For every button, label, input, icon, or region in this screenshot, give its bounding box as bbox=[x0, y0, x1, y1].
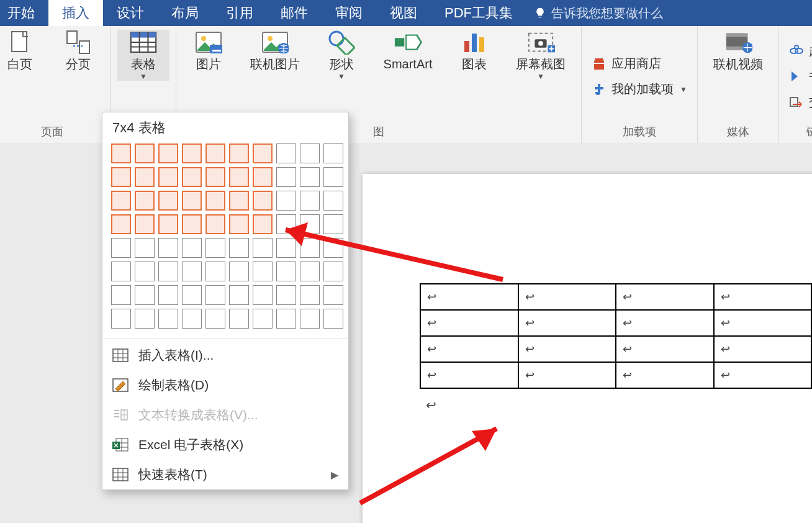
grid-cell[interactable] bbox=[158, 262, 178, 281]
grid-cell[interactable] bbox=[111, 143, 131, 163]
grid-cell[interactable] bbox=[135, 285, 155, 305]
grid-cell[interactable] bbox=[229, 143, 249, 163]
grid-cell[interactable] bbox=[276, 285, 296, 305]
grid-cell[interactable] bbox=[205, 167, 225, 187]
grid-cell[interactable] bbox=[229, 262, 249, 281]
grid-cell[interactable] bbox=[229, 167, 249, 187]
grid-cell[interactable] bbox=[205, 309, 225, 329]
grid-cell[interactable] bbox=[111, 191, 131, 211]
tab-insert[interactable]: 插入 bbox=[48, 0, 103, 26]
table-cell[interactable]: ↩ bbox=[518, 284, 616, 310]
table-size-grid[interactable] bbox=[102, 141, 348, 337]
smartart-button[interactable]: SmartArt bbox=[374, 30, 442, 71]
grid-cell[interactable] bbox=[158, 238, 178, 258]
grid-cell[interactable] bbox=[276, 309, 296, 329]
grid-cell[interactable] bbox=[182, 167, 202, 187]
table-cell[interactable]: ↩ bbox=[420, 284, 518, 310]
grid-cell[interactable] bbox=[111, 167, 131, 187]
grid-cell[interactable] bbox=[111, 309, 131, 329]
table-cell[interactable]: ↩ bbox=[420, 336, 518, 362]
grid-cell[interactable] bbox=[205, 214, 225, 234]
draw-table-menuitem[interactable]: 绘制表格(D) bbox=[102, 370, 348, 400]
grid-cell[interactable] bbox=[229, 191, 249, 211]
grid-cell[interactable] bbox=[300, 309, 320, 329]
table-cell[interactable]: ↩ bbox=[714, 336, 812, 362]
blank-page-button[interactable]: 白页 bbox=[0, 30, 46, 71]
grid-cell[interactable] bbox=[300, 285, 320, 305]
grid-cell[interactable] bbox=[135, 191, 155, 211]
grid-cell[interactable] bbox=[135, 309, 155, 329]
grid-cell[interactable] bbox=[182, 285, 202, 305]
grid-cell[interactable] bbox=[158, 309, 178, 329]
grid-cell[interactable] bbox=[323, 191, 343, 211]
table-cell[interactable]: ↩ bbox=[714, 284, 812, 310]
table-cell[interactable]: ↩ bbox=[616, 336, 714, 362]
cross-reference-button[interactable]: 交叉引 bbox=[785, 91, 812, 113]
table-cell[interactable]: ↩ bbox=[420, 310, 518, 336]
page-break-button[interactable]: 分页 bbox=[52, 30, 104, 71]
tab-review[interactable]: 审阅 bbox=[322, 0, 376, 26]
grid-cell[interactable] bbox=[135, 262, 155, 281]
grid-cell[interactable] bbox=[323, 214, 343, 234]
grid-cell[interactable] bbox=[300, 214, 320, 234]
grid-cell[interactable] bbox=[182, 262, 202, 281]
grid-cell[interactable] bbox=[158, 214, 178, 234]
table-cell[interactable]: ↩ bbox=[616, 362, 714, 388]
grid-cell[interactable] bbox=[158, 143, 178, 163]
grid-cell[interactable] bbox=[158, 191, 178, 211]
grid-cell[interactable] bbox=[205, 238, 225, 258]
grid-cell[interactable] bbox=[135, 167, 155, 187]
grid-cell[interactable] bbox=[182, 309, 202, 329]
tab-mail[interactable]: 邮件 bbox=[267, 0, 322, 26]
grid-cell[interactable] bbox=[205, 143, 225, 163]
grid-cell[interactable] bbox=[111, 238, 131, 258]
online-video-button[interactable]: 联机视频 bbox=[704, 30, 772, 71]
grid-cell[interactable] bbox=[323, 238, 343, 258]
grid-cell[interactable] bbox=[253, 214, 273, 234]
quick-tables-menuitem[interactable]: 快速表格(T) ▶ bbox=[102, 460, 348, 489]
grid-cell[interactable] bbox=[323, 285, 343, 305]
inserted-table[interactable]: ↩↩↩↩ ↩↩↩↩ ↩↩↩↩ ↩↩↩↩ bbox=[420, 283, 812, 389]
grid-cell[interactable] bbox=[323, 309, 343, 329]
table-cell[interactable]: ↩ bbox=[420, 362, 518, 388]
grid-cell[interactable] bbox=[323, 262, 343, 281]
grid-cell[interactable] bbox=[158, 285, 178, 305]
grid-cell[interactable] bbox=[276, 167, 296, 187]
shapes-button[interactable]: 形状 ▼ bbox=[315, 30, 368, 81]
grid-cell[interactable] bbox=[158, 167, 178, 187]
my-addins-button[interactable]: 我的加载项 ▼ bbox=[588, 78, 691, 100]
grid-cell[interactable] bbox=[253, 285, 273, 305]
table-cell[interactable]: ↩ bbox=[518, 310, 616, 336]
grid-cell[interactable] bbox=[205, 285, 225, 305]
grid-cell[interactable] bbox=[111, 285, 131, 305]
picture-button[interactable]: 图片 bbox=[183, 30, 235, 71]
chart-button[interactable]: 图表 bbox=[448, 30, 500, 71]
tab-start[interactable]: 开始 bbox=[0, 0, 48, 26]
table-cell[interactable]: ↩ bbox=[518, 336, 616, 362]
grid-cell[interactable] bbox=[300, 262, 320, 281]
insert-table-menuitem[interactable]: 插入表格(I)... bbox=[102, 340, 348, 370]
grid-cell[interactable] bbox=[300, 143, 320, 163]
grid-cell[interactable] bbox=[111, 262, 131, 281]
table-cell[interactable]: ↩ bbox=[714, 310, 812, 336]
grid-cell[interactable] bbox=[205, 191, 225, 211]
grid-cell[interactable] bbox=[229, 214, 249, 234]
grid-cell[interactable] bbox=[182, 191, 202, 211]
grid-cell[interactable] bbox=[111, 214, 131, 234]
grid-cell[interactable] bbox=[276, 238, 296, 258]
grid-cell[interactable] bbox=[253, 167, 273, 187]
grid-cell[interactable] bbox=[135, 214, 155, 234]
hyperlink-button[interactable]: 超链接 bbox=[785, 40, 812, 62]
table-cell[interactable]: ↩ bbox=[714, 362, 812, 388]
grid-cell[interactable] bbox=[276, 214, 296, 234]
grid-cell[interactable] bbox=[323, 167, 343, 187]
app-store-button[interactable]: 应用商店 bbox=[588, 53, 691, 75]
table-button[interactable]: 表格 ▼ bbox=[117, 30, 169, 81]
grid-cell[interactable] bbox=[253, 262, 273, 281]
grid-cell[interactable] bbox=[135, 238, 155, 258]
grid-cell[interactable] bbox=[229, 238, 249, 258]
tab-layout[interactable]: 布局 bbox=[158, 0, 212, 26]
grid-cell[interactable] bbox=[300, 191, 320, 211]
grid-cell[interactable] bbox=[182, 238, 202, 258]
tell-me-search[interactable]: 告诉我您想要做什么 bbox=[526, 0, 670, 26]
